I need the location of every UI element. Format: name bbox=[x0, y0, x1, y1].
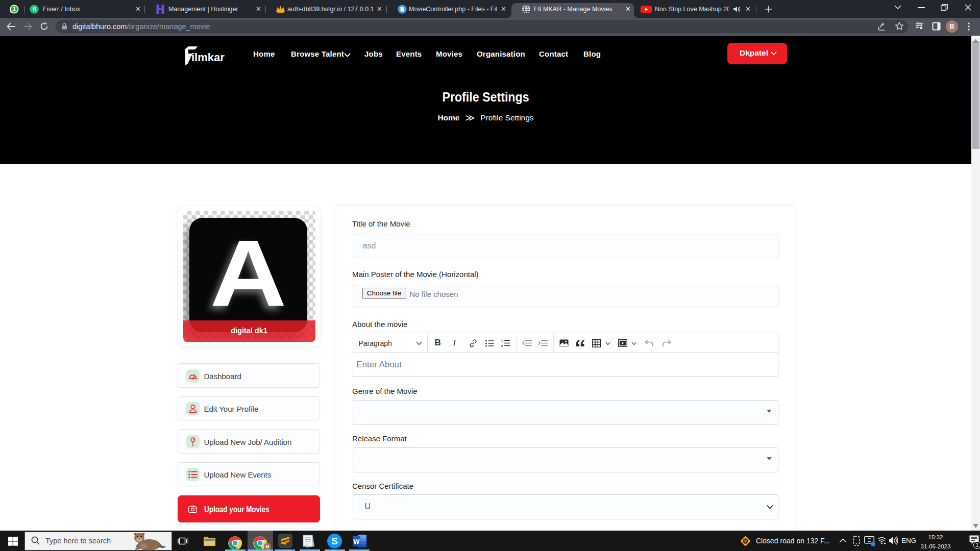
svg-text:ilmkar: ilmkar bbox=[191, 51, 225, 64]
svg-text:W: W bbox=[353, 538, 360, 545]
svg-text:1: 1 bbox=[501, 340, 503, 343]
svg-text:fi: fi bbox=[33, 6, 36, 12]
svg-text:1: 1 bbox=[13, 6, 16, 12]
svg-text:2: 2 bbox=[501, 344, 503, 347]
